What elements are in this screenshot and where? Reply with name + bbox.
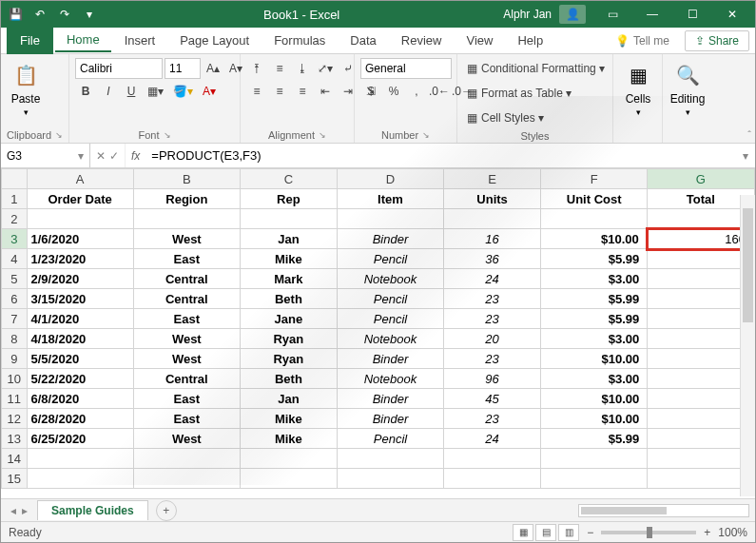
orientation-button[interactable]: ⤢▾: [315, 58, 336, 79]
cell-C7[interactable]: Jane: [240, 309, 337, 329]
cell-G10[interactable]: [648, 369, 754, 389]
row-header-15[interactable]: 15: [2, 469, 28, 489]
cell-G5[interactable]: [648, 269, 754, 289]
row-header-3[interactable]: 3: [2, 229, 28, 249]
paste-button[interactable]: 📋 Paste ▾: [7, 58, 45, 119]
currency-button[interactable]: $: [360, 81, 381, 102]
font-name-select[interactable]: [75, 58, 163, 79]
cell-B15[interactable]: [133, 469, 240, 489]
cell-A9[interactable]: 5/5/2020: [27, 349, 133, 369]
cell-G6[interactable]: [648, 289, 754, 309]
cell-C6[interactable]: Beth: [240, 289, 337, 309]
cells-button[interactable]: ▦ Cells ▾: [619, 58, 657, 119]
borders-button[interactable]: ▦▾: [144, 81, 167, 102]
cell-B7[interactable]: East: [133, 309, 240, 329]
spreadsheet-grid[interactable]: ABCDEFG1Order DateRegionRepItemUnitsUnit…: [1, 168, 755, 489]
cell-G12[interactable]: [648, 409, 754, 429]
cell-B8[interactable]: West: [133, 329, 240, 349]
cell-F10[interactable]: $3.00: [541, 369, 648, 389]
zoom-level[interactable]: 100%: [718, 526, 747, 539]
cell-A11[interactable]: 6/8/2020: [27, 389, 133, 409]
cell-B11[interactable]: East: [133, 389, 240, 409]
cell-D3[interactable]: Binder: [337, 229, 443, 249]
underline-button[interactable]: U: [121, 81, 142, 102]
fx-icon[interactable]: fx: [126, 149, 145, 163]
cell-styles-button[interactable]: ▦Cell Styles ▾: [463, 107, 611, 128]
cell-E15[interactable]: [444, 469, 541, 489]
cell-A4[interactable]: 1/23/2020: [27, 249, 133, 269]
cell-D10[interactable]: Notebook: [337, 369, 443, 389]
qat-customize-button[interactable]: ▾: [79, 4, 100, 25]
align-center-button[interactable]: ≡: [269, 81, 290, 102]
cell-C10[interactable]: Beth: [240, 369, 337, 389]
header-cell-D1[interactable]: Item: [337, 189, 443, 209]
cell-D4[interactable]: Pencil: [337, 249, 443, 269]
row-header-5[interactable]: 5: [2, 269, 28, 289]
account-icon[interactable]: 👤: [559, 5, 586, 24]
cell-F5[interactable]: $3.00: [541, 269, 648, 289]
formula-expand-button[interactable]: ▾: [736, 149, 755, 163]
cell-A2[interactable]: [27, 209, 133, 229]
cell-G9[interactable]: [648, 349, 754, 369]
cell-D2[interactable]: [337, 209, 443, 229]
cell-A8[interactable]: 4/18/2020: [27, 329, 133, 349]
clipboard-launcher[interactable]: ↘: [55, 130, 63, 140]
header-cell-E1[interactable]: Units: [444, 189, 541, 209]
cell-B4[interactable]: East: [133, 249, 240, 269]
horizontal-scrollbar[interactable]: [177, 504, 755, 517]
cell-A12[interactable]: 6/28/2020: [27, 409, 133, 429]
cell-C14[interactable]: [240, 449, 337, 469]
row-header-12[interactable]: 12: [2, 409, 28, 429]
col-header-D[interactable]: D: [337, 169, 443, 189]
sheet-nav-first-button[interactable]: ◂: [10, 504, 16, 517]
percent-button[interactable]: %: [383, 81, 404, 102]
cell-G8[interactable]: [648, 329, 754, 349]
cell-D13[interactable]: Pencil: [337, 429, 443, 449]
new-sheet-button[interactable]: +: [156, 500, 177, 521]
format-as-table-button[interactable]: ▦Format as Table ▾: [463, 83, 611, 104]
cell-C3[interactable]: Jan: [240, 229, 337, 249]
cell-B5[interactable]: Central: [133, 269, 240, 289]
cell-D15[interactable]: [337, 469, 443, 489]
row-header-7[interactable]: 7: [2, 309, 28, 329]
cell-F6[interactable]: $5.99: [541, 289, 648, 309]
cell-G14[interactable]: [648, 449, 754, 469]
cell-G3[interactable]: 160: [648, 229, 754, 249]
cell-D14[interactable]: [337, 449, 443, 469]
cell-D7[interactable]: Pencil: [337, 309, 443, 329]
italic-button[interactable]: I: [98, 81, 119, 102]
row-header-11[interactable]: 11: [2, 389, 28, 409]
row-header-6[interactable]: 6: [2, 289, 28, 309]
font-color-button[interactable]: A▾: [199, 81, 220, 102]
row-header-14[interactable]: 14: [2, 449, 28, 469]
decrease-indent-button[interactable]: ⇤: [315, 81, 336, 102]
tab-review[interactable]: Review: [390, 29, 454, 51]
cell-E10[interactable]: 96: [444, 369, 541, 389]
tab-help[interactable]: Help: [506, 29, 554, 51]
zoom-slider[interactable]: [601, 531, 696, 534]
tab-home[interactable]: Home: [55, 29, 111, 52]
tell-me-search[interactable]: 💡 Tell me: [608, 34, 677, 48]
save-button[interactable]: 💾: [5, 4, 26, 25]
tab-page-layout[interactable]: Page Layout: [168, 29, 261, 51]
conditional-formatting-button[interactable]: ▦Conditional Formatting ▾: [463, 58, 611, 79]
close-button[interactable]: ✕: [713, 1, 751, 28]
align-middle-button[interactable]: ≡: [269, 58, 290, 79]
grow-font-button[interactable]: A▴: [203, 58, 223, 79]
cell-F15[interactable]: [541, 469, 648, 489]
page-layout-view-button[interactable]: ▤: [535, 524, 556, 541]
row-header-2[interactable]: 2: [2, 209, 28, 229]
cell-A14[interactable]: [27, 449, 133, 469]
editing-button[interactable]: 🔍 Editing ▾: [669, 58, 707, 119]
cell-C8[interactable]: Ryan: [240, 329, 337, 349]
cell-A15[interactable]: [27, 469, 133, 489]
cell-G7[interactable]: [648, 309, 754, 329]
font-launcher[interactable]: ↘: [164, 130, 171, 140]
zoom-in-button[interactable]: +: [704, 526, 710, 539]
alignment-launcher[interactable]: ↘: [319, 130, 326, 140]
header-cell-G1[interactable]: Total: [648, 189, 754, 209]
file-tab[interactable]: File: [7, 28, 53, 54]
cell-F4[interactable]: $5.99: [541, 249, 648, 269]
cell-F14[interactable]: [541, 449, 648, 469]
cell-E13[interactable]: 24: [444, 429, 541, 449]
